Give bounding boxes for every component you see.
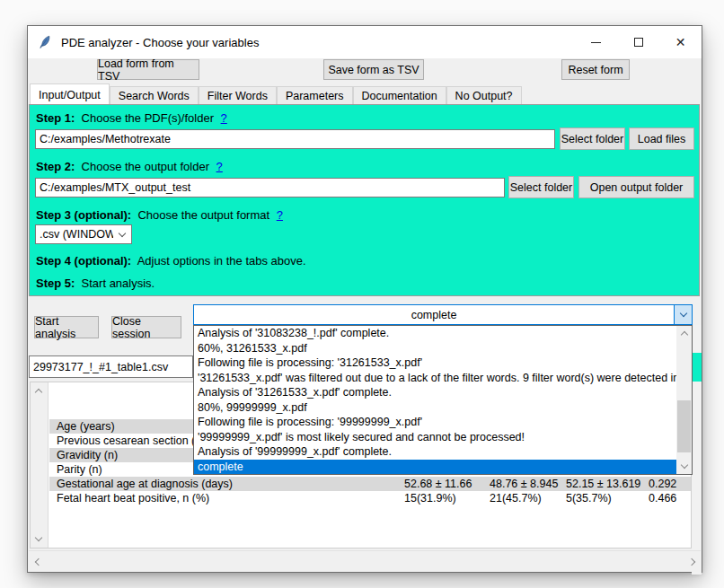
log-item-selected[interactable]: complete [194, 460, 676, 475]
scroll-up-icon[interactable] [31, 383, 46, 399]
output-format-value: .csv (WINDOWS-1252) [36, 228, 113, 241]
reset-form-button[interactable]: Reset form [561, 59, 630, 80]
log-item[interactable]: '99999999_x.pdf' is most likely secured … [194, 430, 676, 445]
output-format-select[interactable]: .csv (WINDOWS-1252) [35, 224, 132, 244]
step3-label: Step 3 (optional): Choose the output for… [36, 208, 283, 222]
step5-label: Step 5: Start analysis. [36, 276, 155, 290]
progress-status-combobox[interactable]: complete [193, 304, 693, 325]
step1-help-link[interactable]: ? [221, 111, 227, 125]
tab-no-output[interactable]: No Output? [446, 86, 522, 104]
result-file-entry[interactable]: 29973177_!_#1_table1.csv [29, 355, 193, 378]
input-output-pane: Step 1: Choose the PDF(s)/folder ? C:/ex… [29, 104, 700, 296]
scroll-right-icon[interactable] [684, 554, 699, 570]
log-item[interactable]: Analysis of '31261533_x.pdf' complete. [194, 385, 676, 400]
maximize-button[interactable] [617, 26, 659, 58]
tab-filter-words[interactable]: Filter Words [199, 86, 277, 104]
start-analysis-button[interactable]: Start analysis [34, 316, 99, 338]
step2-select-folder-button[interactable]: Select folder [508, 176, 574, 198]
maximize-icon [634, 38, 643, 47]
progress-status-value: complete [194, 309, 674, 321]
dropdown-scrollbar[interactable] [676, 326, 692, 474]
step1-label: Step 1: Choose the PDF(s)/folder ? [36, 111, 227, 125]
status-dropdown-arrow[interactable] [674, 305, 692, 324]
table-row[interactable]: Gestational age at diagnosis (days) 52.6… [49, 477, 691, 491]
close-button[interactable]: ✕ [659, 26, 702, 58]
table-row[interactable]: Fetal heart beat positive, n (%) 15(31.9… [49, 491, 691, 505]
scroll-left-icon[interactable] [31, 554, 46, 570]
tab-parameters[interactable]: Parameters [277, 86, 353, 104]
step1-select-folder-button[interactable]: Select folder [560, 127, 625, 150]
tab-search-words[interactable]: Search Words [110, 86, 199, 104]
log-item[interactable]: Following file is processing: '99999999_… [194, 415, 676, 430]
output-folder-input[interactable]: C:/examples/MTX_output_test [35, 178, 505, 197]
python-feather-icon [38, 35, 52, 49]
load-files-button[interactable]: Load files [629, 127, 694, 150]
scrollbar-thumb[interactable] [677, 400, 691, 452]
progress-log-dropdown: Analysis of '31083238_!.pdf' complete. 6… [193, 325, 693, 475]
step4-label: Step 4 (optional): Adjust options in the… [36, 254, 306, 268]
format-dropdown-arrow [113, 225, 131, 243]
pdf-folder-input[interactable]: C:/examples/Methotrexate [35, 129, 555, 149]
save-form-tsv-button[interactable]: Save form as TSV [323, 59, 424, 80]
title-bar: PDE analyzer - Choose your variables ✕ [28, 26, 702, 58]
log-item[interactable]: Following file is processing: '31261533_… [194, 355, 676, 371]
log-item[interactable]: 80%, 99999999_x.pdf [194, 400, 676, 416]
tab-bar: Input/Output Search Words Filter Words P… [30, 83, 522, 104]
table-vertical-scrollbar[interactable] [31, 382, 49, 548]
horizontal-scrollbar[interactable] [29, 550, 701, 572]
load-form-tsv-button[interactable]: Load form from TSV [97, 59, 199, 80]
scrollbar-thumb[interactable] [692, 353, 702, 382]
step2-label: Step 2: Choose the output folder ? [36, 160, 223, 173]
open-output-folder-button[interactable]: Open output folder [578, 176, 694, 198]
app-window: PDE analyzer - Choose your variables ✕ L… [27, 25, 702, 573]
step3-help-link[interactable]: ? [277, 208, 283, 222]
close-session-button[interactable]: Close session [111, 316, 181, 338]
tab-documentation[interactable]: Documentation [353, 86, 446, 104]
chevron-down-icon [679, 310, 686, 317]
log-vertical-scrollbar[interactable] [692, 325, 702, 575]
scroll-down-icon[interactable] [676, 459, 692, 474]
scroll-up-icon[interactable] [676, 326, 692, 341]
log-item[interactable]: '31261533_x.pdf' was filtered out due to… [194, 371, 676, 386]
window-title: PDE analyzer - Choose your variables [61, 36, 259, 49]
minimize-button[interactable] [575, 26, 617, 58]
log-item[interactable]: Analysis of '99999999_x.pdf' complete. [194, 444, 676, 460]
close-icon: ✕ [675, 36, 686, 48]
log-item[interactable]: 60%, 31261533_x.pdf [194, 341, 676, 356]
tab-input-output[interactable]: Input/Output [30, 83, 110, 104]
minimize-icon [591, 42, 601, 43]
scroll-down-icon[interactable] [31, 531, 46, 547]
log-item[interactable]: Analysis of '31083238_!.pdf' complete. [194, 326, 676, 341]
chevron-down-icon [119, 229, 126, 236]
step2-help-link[interactable]: ? [216, 160, 223, 173]
